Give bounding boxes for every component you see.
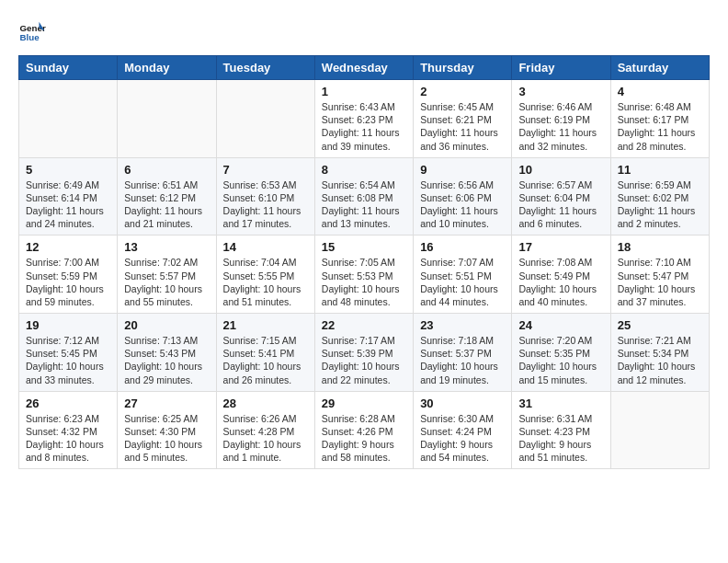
logo-icon: General Blue [18,18,46,46]
calendar-cell: 1Sunrise: 6:43 AM Sunset: 6:23 PM Daylig… [314,80,413,158]
day-number: 3 [518,85,603,98]
calendar-cell [610,391,709,469]
calendar-cell: 27Sunrise: 6:25 AM Sunset: 4:30 PM Dayli… [118,391,216,469]
calendar-cell [216,80,314,158]
day-number: 28 [223,396,308,410]
calendar-cell: 24Sunrise: 7:20 AM Sunset: 5:35 PM Dayli… [512,314,610,392]
calendar-cell: 29Sunrise: 6:28 AM Sunset: 4:26 PM Dayli… [314,391,413,469]
day-number: 7 [223,163,308,177]
day-info: Sunrise: 6:48 AM Sunset: 6:17 PM Dayligh… [618,100,702,153]
calendar-cell: 30Sunrise: 6:30 AM Sunset: 4:24 PM Dayli… [414,391,512,469]
calendar-cell: 3Sunrise: 6:46 AM Sunset: 6:19 PM Daylig… [512,80,610,158]
day-header-tuesday: Tuesday [216,56,314,80]
day-number: 10 [518,163,603,177]
calendar-cell: 10Sunrise: 6:57 AM Sunset: 6:04 PM Dayli… [512,157,610,236]
day-number: 16 [420,240,505,254]
day-info: Sunrise: 7:13 AM Sunset: 5:43 PM Dayligh… [124,334,209,386]
day-number: 14 [223,240,308,254]
calendar-cell: 7Sunrise: 6:53 AM Sunset: 6:10 PM Daylig… [216,157,314,236]
calendar-cell: 31Sunrise: 6:31 AM Sunset: 4:23 PM Dayli… [512,391,610,469]
day-number: 25 [618,318,702,332]
calendar-cell: 12Sunrise: 7:00 AM Sunset: 5:59 PM Dayli… [19,236,118,314]
day-info: Sunrise: 7:02 AM Sunset: 5:57 PM Dayligh… [124,256,209,308]
calendar-cell: 21Sunrise: 7:15 AM Sunset: 5:41 PM Dayli… [216,314,314,392]
calendar-cell: 5Sunrise: 6:49 AM Sunset: 6:14 PM Daylig… [19,157,118,236]
day-info: Sunrise: 6:45 AM Sunset: 6:21 PM Dayligh… [420,100,505,153]
day-number: 31 [518,396,603,410]
day-number: 15 [322,240,406,254]
calendar-table: SundayMondayTuesdayWednesdayThursdayFrid… [18,55,710,469]
day-number: 4 [618,85,702,98]
day-info: Sunrise: 7:04 AM Sunset: 5:55 PM Dayligh… [223,256,308,308]
day-number: 29 [322,396,406,410]
calendar-cell: 20Sunrise: 7:13 AM Sunset: 5:43 PM Dayli… [118,314,216,392]
day-info: Sunrise: 6:25 AM Sunset: 4:30 PM Dayligh… [124,412,209,465]
day-info: Sunrise: 6:49 AM Sunset: 6:14 PM Dayligh… [26,178,110,231]
day-info: Sunrise: 7:00 AM Sunset: 5:59 PM Dayligh… [26,256,110,308]
day-info: Sunrise: 7:08 AM Sunset: 5:49 PM Dayligh… [518,256,603,308]
day-info: Sunrise: 7:10 AM Sunset: 5:47 PM Dayligh… [618,256,702,308]
day-number: 22 [322,318,406,332]
day-info: Sunrise: 7:07 AM Sunset: 5:51 PM Dayligh… [420,256,505,308]
day-header-sunday: Sunday [19,56,118,80]
day-number: 2 [420,85,505,98]
day-info: Sunrise: 6:43 AM Sunset: 6:23 PM Dayligh… [322,100,406,153]
calendar-cell: 23Sunrise: 7:18 AM Sunset: 5:37 PM Dayli… [414,314,512,392]
calendar-week-3: 12Sunrise: 7:00 AM Sunset: 5:59 PM Dayli… [19,236,710,314]
day-number: 12 [26,240,110,254]
day-header-monday: Monday [118,56,216,80]
day-info: Sunrise: 7:12 AM Sunset: 5:45 PM Dayligh… [26,334,110,386]
calendar-week-4: 19Sunrise: 7:12 AM Sunset: 5:45 PM Dayli… [19,314,710,392]
calendar-cell: 22Sunrise: 7:17 AM Sunset: 5:39 PM Dayli… [314,314,413,392]
calendar-week-1: 1Sunrise: 6:43 AM Sunset: 6:23 PM Daylig… [19,80,710,158]
calendar-cell [118,80,216,158]
calendar-cell [19,80,118,158]
day-info: Sunrise: 6:46 AM Sunset: 6:19 PM Dayligh… [518,100,603,153]
day-info: Sunrise: 6:31 AM Sunset: 4:23 PM Dayligh… [518,412,603,465]
calendar-cell: 6Sunrise: 6:51 AM Sunset: 6:12 PM Daylig… [118,157,216,236]
calendar-cell: 28Sunrise: 6:26 AM Sunset: 4:28 PM Dayli… [216,391,314,469]
calendar-cell: 16Sunrise: 7:07 AM Sunset: 5:51 PM Dayli… [414,236,512,314]
day-info: Sunrise: 6:30 AM Sunset: 4:24 PM Dayligh… [420,412,505,465]
calendar-header-row: SundayMondayTuesdayWednesdayThursdayFrid… [19,56,710,80]
day-number: 13 [124,240,209,254]
day-info: Sunrise: 7:20 AM Sunset: 5:35 PM Dayligh… [518,334,603,386]
day-number: 5 [26,163,110,177]
day-info: Sunrise: 7:21 AM Sunset: 5:34 PM Dayligh… [618,334,702,386]
day-number: 17 [518,240,603,254]
day-info: Sunrise: 6:56 AM Sunset: 6:06 PM Dayligh… [420,178,505,231]
day-number: 11 [618,163,702,177]
day-info: Sunrise: 7:05 AM Sunset: 5:53 PM Dayligh… [322,256,406,308]
day-info: Sunrise: 6:57 AM Sunset: 6:04 PM Dayligh… [518,178,603,231]
day-info: Sunrise: 7:17 AM Sunset: 5:39 PM Dayligh… [322,334,406,386]
day-number: 24 [518,318,603,332]
day-number: 18 [618,240,702,254]
svg-text:Blue: Blue [20,32,40,42]
day-info: Sunrise: 6:53 AM Sunset: 6:10 PM Dayligh… [223,178,308,231]
calendar-cell: 17Sunrise: 7:08 AM Sunset: 5:49 PM Dayli… [512,236,610,314]
calendar-cell: 9Sunrise: 6:56 AM Sunset: 6:06 PM Daylig… [414,157,512,236]
day-header-wednesday: Wednesday [314,56,413,80]
day-number: 19 [26,318,110,332]
day-number: 30 [420,396,505,410]
calendar-cell: 2Sunrise: 6:45 AM Sunset: 6:21 PM Daylig… [414,80,512,158]
calendar-cell: 19Sunrise: 7:12 AM Sunset: 5:45 PM Dayli… [19,314,118,392]
day-info: Sunrise: 7:18 AM Sunset: 5:37 PM Dayligh… [420,334,505,386]
calendar-cell: 25Sunrise: 7:21 AM Sunset: 5:34 PM Dayli… [610,314,709,392]
day-info: Sunrise: 6:23 AM Sunset: 4:32 PM Dayligh… [26,412,110,465]
day-header-thursday: Thursday [414,56,512,80]
day-number: 26 [26,396,110,410]
calendar-cell: 8Sunrise: 6:54 AM Sunset: 6:08 PM Daylig… [314,157,413,236]
calendar-cell: 14Sunrise: 7:04 AM Sunset: 5:55 PM Dayli… [216,236,314,314]
page-header: General Blue [18,18,710,46]
day-header-friday: Friday [512,56,610,80]
day-number: 27 [124,396,209,410]
calendar-cell: 18Sunrise: 7:10 AM Sunset: 5:47 PM Dayli… [610,236,709,314]
day-number: 21 [223,318,308,332]
calendar-cell: 13Sunrise: 7:02 AM Sunset: 5:57 PM Dayli… [118,236,216,314]
day-number: 9 [420,163,505,177]
calendar-week-5: 26Sunrise: 6:23 AM Sunset: 4:32 PM Dayli… [19,391,710,469]
logo: General Blue [18,18,53,46]
calendar-cell: 4Sunrise: 6:48 AM Sunset: 6:17 PM Daylig… [610,80,709,158]
day-number: 6 [124,163,209,177]
